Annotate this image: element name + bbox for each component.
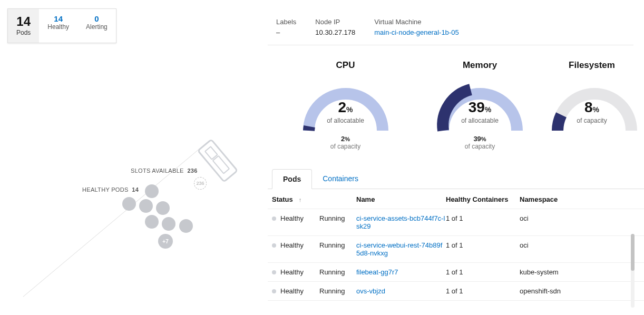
col-header-healthy-containers[interactable]: Healthy Containers: [446, 195, 520, 203]
row-name-link[interactable]: ci-service-assets-bcb744f7c-lsk29: [356, 214, 446, 230]
detail-panel: Labels – Node IP 10.30.27.178 Virtual Ma…: [268, 0, 644, 315]
gauge-filesystem-pct: 8: [584, 99, 593, 115]
row-status: Healthy: [280, 214, 304, 222]
meta-nodeip-value: 10.30.27.178: [315, 28, 355, 36]
row-name-link[interactable]: filebeat-gg7r7: [356, 268, 446, 276]
healthy-pods-label: HEALTHY PODS 14: [82, 186, 139, 193]
gauge-memory-title: Memory: [413, 60, 547, 71]
gauge-filesystem-center: 8% of capacity: [547, 99, 637, 124]
row-state: Running: [319, 268, 356, 276]
pod-more-badge[interactable]: +7: [158, 234, 173, 249]
pods-healthy: 14: [47, 14, 69, 23]
node-meta-bar: Labels – Node IP 10.30.27.178 Virtual Ma…: [268, 0, 633, 45]
slots-available-text: SLOTS AVAILABLE: [131, 168, 184, 174]
gauge-filesystem-sub: of capacity: [547, 117, 637, 124]
detail-tabs: Pods Containers: [268, 169, 644, 189]
table-header-row: Status↑ Name Healthy Containers Namespac…: [268, 189, 644, 209]
gauge-memory-cap: 39%: [413, 135, 547, 143]
pods-total: 14: [16, 14, 31, 29]
tab-pods[interactable]: Pods: [272, 169, 312, 189]
row-state: Running: [319, 241, 356, 249]
row-state: Running: [319, 287, 356, 295]
table-row[interactable]: Healthy Running filebeat-gg7r7 1 of 1 ku…: [268, 263, 644, 282]
pod-dot-icon[interactable]: [156, 201, 170, 215]
pods-summary-card: 14 Pods 14 Healthy 0 Alerting: [7, 8, 116, 43]
col-header-namespace[interactable]: Namespace: [520, 195, 583, 203]
meta-nodeip: Node IP 10.30.27.178: [315, 18, 355, 36]
row-name-link[interactable]: ci-service-webui-rest-74b89f5d8-nvkxg: [356, 241, 446, 257]
table-scrollbar[interactable]: [631, 234, 635, 308]
gauge-cpu-pct: 2: [338, 99, 346, 115]
pods-alerting-label: Alerting: [86, 23, 108, 31]
meta-labels-value: –: [276, 28, 296, 36]
row-state: Running: [319, 214, 356, 222]
table-row[interactable]: Healthy Running ovs-vbjzd 1 of 1 openshi…: [268, 282, 644, 301]
meta-vm: Virtual Machine main-ci-node-general-1b-…: [374, 18, 458, 36]
status-dot-icon: [272, 216, 276, 221]
col-header-name[interactable]: Name: [356, 195, 446, 203]
gauge-filesystem-title: Filesystem: [547, 60, 637, 71]
pod-dot-icon[interactable]: [179, 219, 193, 233]
sort-asc-icon: ↑: [299, 196, 302, 203]
table-row[interactable]: Healthy Running ci-service-assets-bcb744…: [268, 209, 644, 236]
node-module-icon: [197, 139, 238, 183]
gauge-cpu-sub: of allocatable: [278, 117, 413, 124]
pods-total-label: Pods: [16, 29, 31, 36]
pod-dot-icon[interactable]: [162, 217, 175, 231]
row-name-link[interactable]: ovs-vbjzd: [356, 287, 446, 295]
row-namespace: openshift-sdn: [520, 287, 583, 295]
row-namespace: kube-system: [520, 268, 583, 276]
row-namespace: oci: [520, 214, 583, 222]
row-healthy-containers: 1 of 1: [446, 287, 520, 295]
row-status: Healthy: [280, 287, 304, 295]
col-header-status[interactable]: Status↑: [272, 195, 319, 203]
pod-dot-icon[interactable]: [145, 215, 159, 229]
pods-alerting-cell[interactable]: 0 Alerting: [77, 9, 116, 43]
row-namespace: oci: [520, 241, 583, 249]
meta-vm-link[interactable]: main-ci-node-general-1b-05: [374, 28, 458, 36]
pod-dot-icon[interactable]: [139, 199, 153, 213]
gauge-cpu-cap: 2%: [278, 135, 413, 143]
table-row[interactable]: Healthy Running ci-service-webui-rest-74…: [268, 236, 644, 263]
gauge-cpu-center: 2% of allocatable: [278, 99, 413, 124]
gauge-memory-sub: of allocatable: [413, 117, 547, 124]
resource-gauges: CPU 2% of allocatable 2% of capacity Mem…: [268, 60, 644, 150]
row-status: Healthy: [280, 268, 304, 276]
gauge-cpu: CPU 2% of allocatable 2% of capacity: [278, 60, 413, 150]
meta-labels-key: Labels: [276, 18, 296, 26]
pods-table: Status↑ Name Healthy Containers Namespac…: [268, 189, 644, 301]
row-healthy-containers: 1 of 1: [446, 268, 520, 276]
meta-nodeip-key: Node IP: [315, 18, 355, 26]
gauge-memory-center: 39% of allocatable: [413, 99, 547, 124]
pods-alerting: 0: [86, 14, 108, 23]
slots-available-label: SLOTS AVAILABLE 236: [131, 168, 198, 174]
scrollbar-thumb[interactable]: [631, 234, 635, 271]
status-dot-icon: [272, 289, 276, 293]
pod-dot-icon[interactable]: [122, 197, 136, 211]
status-dot-icon: [272, 270, 276, 274]
gauge-memory: Memory 39% of allocatable 39% of capacit…: [413, 60, 547, 150]
meta-vm-key: Virtual Machine: [374, 18, 458, 26]
gauge-cpu-caplabel: of capacity: [278, 143, 413, 150]
slots-available-value: 236: [187, 168, 197, 174]
slots-badge: 236: [194, 177, 207, 190]
healthy-pods-text: HEALTHY PODS: [82, 186, 129, 193]
pods-healthy-label: Healthy: [47, 23, 69, 31]
gauge-memory-caplabel: of capacity: [413, 143, 547, 150]
row-status: Healthy: [280, 241, 304, 249]
gauge-filesystem: Filesystem 8% of capacity: [547, 60, 637, 150]
gauge-memory-pct: 39: [469, 99, 485, 115]
row-healthy-containers: 1 of 1: [446, 214, 520, 222]
status-dot-icon: [272, 243, 276, 248]
tab-containers[interactable]: Containers: [312, 169, 369, 189]
pods-healthy-cell[interactable]: 14 Healthy: [39, 9, 77, 43]
node-diagram: SLOTS AVAILABLE 236 236 HEALTHY PODS 14 …: [0, 137, 248, 315]
row-healthy-containers: 1 of 1: [446, 241, 520, 249]
node-connector-line: [23, 141, 209, 297]
pod-dot-icon[interactable]: [145, 184, 159, 198]
pods-total-cell: 14 Pods: [8, 9, 39, 43]
healthy-pods-value: 14: [132, 186, 139, 193]
meta-labels: Labels –: [276, 18, 296, 36]
gauge-cpu-title: CPU: [278, 60, 413, 71]
